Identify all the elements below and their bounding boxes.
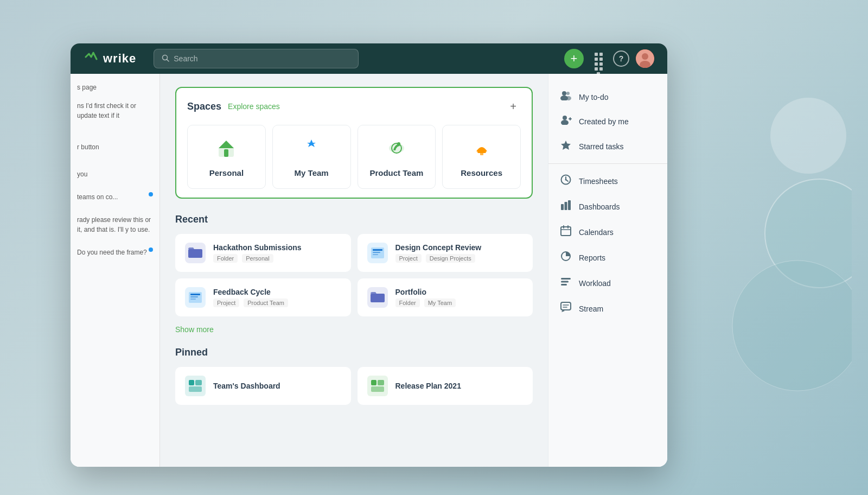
spaces-card: Spaces Explore spaces + xyxy=(175,87,533,199)
sidebar-label: Timesheets xyxy=(579,177,618,186)
recent-item-feedback[interactable]: Feedback Cycle Project Product Team xyxy=(175,278,351,316)
clock-icon xyxy=(559,174,572,188)
pie-chart-icon xyxy=(559,251,572,264)
chat-item: you xyxy=(77,169,153,179)
svg-rect-56 xyxy=(561,284,567,285)
space-item-personal[interactable]: Personal xyxy=(187,125,266,189)
svg-rect-29 xyxy=(189,386,202,392)
sidebar-item-reports[interactable]: Reports xyxy=(548,245,667,270)
add-button[interactable]: + xyxy=(564,49,584,68)
sidebar-item-starred-tasks[interactable]: Starred tasks xyxy=(548,134,667,159)
pinned-item-teams-dashboard[interactable]: Team's Dashboard xyxy=(175,367,351,405)
space-icon-resources xyxy=(472,138,492,161)
sidebar-item-my-todo[interactable]: My to-do xyxy=(548,85,667,109)
space-label-product-team: Product Team xyxy=(369,168,423,177)
pinned-item-release-plan[interactable]: Release Plan 2021 xyxy=(358,367,533,405)
topbar-actions: + ? xyxy=(564,49,654,68)
pinned-title: Pinned xyxy=(175,347,533,358)
search-icon xyxy=(162,54,169,64)
logo-text: wrike xyxy=(103,52,136,66)
svg-rect-25 xyxy=(190,299,196,300)
chat-icon xyxy=(559,302,572,315)
sidebar-item-calendars[interactable]: Calendars xyxy=(548,219,667,245)
space-icon-personal xyxy=(216,138,236,161)
svg-point-45 xyxy=(565,179,567,181)
svg-point-1 xyxy=(765,179,852,288)
svg-rect-27 xyxy=(189,380,194,385)
chat-item: ns I'd first check it or update text if … xyxy=(77,101,153,120)
spaces-grid: Personal My Team xyxy=(187,125,521,189)
svg-point-6 xyxy=(642,53,648,60)
pinned-name: Team's Dashboard xyxy=(213,382,280,390)
pinned-section: Pinned Team's Dashboard xyxy=(175,347,533,405)
pinned-icon-dashboard xyxy=(185,376,206,396)
svg-rect-28 xyxy=(195,380,202,385)
logo[interactable]: wrike xyxy=(84,52,136,66)
recent-icon-folder xyxy=(185,243,206,263)
svg-point-33 xyxy=(562,91,566,96)
sidebar-label: Workload xyxy=(579,279,611,288)
grid-menu-button[interactable] xyxy=(590,50,607,67)
sidebar-label: Calendars xyxy=(579,228,614,237)
svg-point-34 xyxy=(566,92,570,95)
chat-item: s page xyxy=(77,82,153,92)
recent-info: Feedback Cycle Project Product Team xyxy=(213,288,341,307)
search-bar[interactable]: Search xyxy=(154,49,358,68)
sidebar-item-dashboards[interactable]: Dashboards xyxy=(548,194,667,219)
pinned-icon-release xyxy=(367,376,388,396)
sidebar-label: Starred tasks xyxy=(579,142,623,151)
person-add-icon xyxy=(559,115,572,128)
svg-rect-31 xyxy=(378,380,384,385)
svg-line-4 xyxy=(167,59,169,61)
recent-item-hackathon[interactable]: Hackathon Submissions Folder Personal xyxy=(175,234,351,272)
sidebar-label: Dashboards xyxy=(579,202,620,211)
svg-rect-20 xyxy=(373,252,380,253)
recent-meta: Project Design Projects xyxy=(395,254,524,263)
recent-section: Recent Hackathon Submissions Fo xyxy=(175,214,533,347)
spaces-title-group: Spaces Explore spaces xyxy=(187,101,280,112)
chat-item: rady please review this or it, and that … xyxy=(77,215,153,234)
recent-tag-space: Personal xyxy=(242,254,273,263)
recent-item-design[interactable]: Design Concept Review Project Design Pro… xyxy=(358,234,533,272)
svg-rect-17 xyxy=(188,249,202,258)
topbar: wrike Search + xyxy=(71,43,667,74)
spaces-header: Spaces Explore spaces + xyxy=(187,99,521,114)
recent-item-portfolio[interactable]: Portfolio Folder My Team xyxy=(358,278,533,316)
svg-rect-32 xyxy=(371,386,384,392)
svg-marker-11 xyxy=(307,139,316,147)
space-item-product-team[interactable]: Product Team xyxy=(358,125,436,189)
svg-point-2 xyxy=(732,261,852,391)
help-button[interactable]: ? xyxy=(613,50,629,67)
recent-info: Portfolio Folder My Team xyxy=(395,288,524,307)
svg-rect-19 xyxy=(373,249,382,251)
recent-title: Recent xyxy=(175,214,533,225)
sidebar-item-timesheets[interactable]: Timesheets xyxy=(548,168,667,194)
main-layout: s page ns I'd first check it or update t… xyxy=(71,74,667,467)
screen-container: wrike Search + xyxy=(71,43,667,467)
recent-name: Hackathon Submissions xyxy=(213,243,341,252)
sidebar-item-stream[interactable]: Stream xyxy=(548,296,667,321)
center-content: Spaces Explore spaces + xyxy=(160,74,548,467)
user-avatar[interactable] xyxy=(636,49,654,68)
svg-rect-46 xyxy=(561,204,564,210)
space-item-my-team[interactable]: My Team xyxy=(272,125,351,189)
sidebar-item-workload[interactable]: Workload xyxy=(548,270,667,296)
sidebar-item-created-by-me[interactable]: Created by me xyxy=(548,109,667,134)
space-item-resources[interactable]: Resources xyxy=(442,125,521,189)
spaces-add-button[interactable]: + xyxy=(506,99,521,114)
sidebar-label: Stream xyxy=(579,304,603,313)
search-placeholder: Search xyxy=(174,54,197,63)
recent-name: Feedback Cycle xyxy=(213,288,341,296)
unread-dot xyxy=(149,248,153,252)
svg-rect-57 xyxy=(561,302,571,310)
recent-tag-space: Design Projects xyxy=(426,254,475,263)
svg-rect-24 xyxy=(190,296,198,297)
svg-point-36 xyxy=(566,96,571,100)
svg-rect-30 xyxy=(371,380,376,385)
recent-tag-type: Project xyxy=(213,299,239,307)
chat-item: r button xyxy=(77,142,153,152)
right-sidebar: My to-do Created by me xyxy=(548,74,667,467)
explore-spaces-link[interactable]: Explore spaces xyxy=(228,102,280,111)
svg-rect-49 xyxy=(561,227,571,236)
show-more-link[interactable]: Show more xyxy=(175,325,214,334)
